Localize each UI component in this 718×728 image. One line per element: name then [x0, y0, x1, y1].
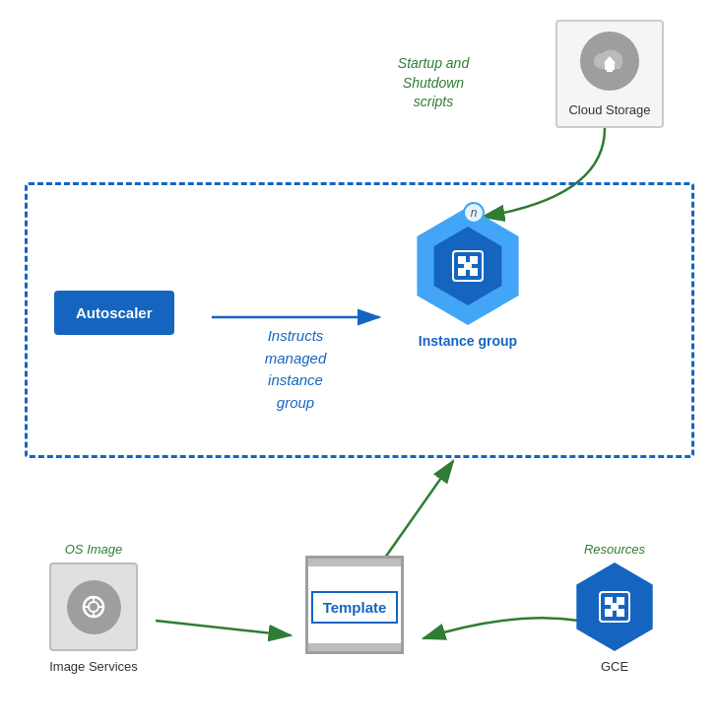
hex-inner	[428, 227, 507, 305]
svg-rect-10	[470, 268, 478, 276]
cloud-storage-box: Cloud Storage	[555, 20, 664, 128]
image-services-icon	[49, 563, 138, 651]
image-services-wrapper: OS Image Image Services	[30, 542, 158, 674]
hex-outer	[409, 207, 527, 325]
svg-rect-19	[605, 597, 613, 605]
svg-point-13	[89, 602, 98, 612]
instructs-label: Instructs managed instance group	[236, 325, 355, 414]
cloud-storage-label: Cloud Storage	[568, 102, 650, 117]
n-badge: n	[463, 202, 485, 224]
image-services-label: Image Services	[30, 659, 158, 674]
gce-hex-icon	[570, 563, 659, 651]
gce-label: GCE	[555, 659, 674, 674]
svg-rect-20	[617, 597, 624, 605]
startup-shutdown-label: Startup and Shutdown scripts	[369, 54, 497, 112]
os-image-label: OS Image	[30, 542, 158, 557]
resources-label: Resources	[555, 542, 674, 557]
svg-rect-22	[617, 609, 624, 617]
cloud-storage-icon	[580, 32, 639, 91]
camera-icon	[67, 580, 121, 634]
svg-rect-21	[605, 609, 613, 617]
template-label-inner: Template	[311, 591, 399, 624]
autoscaler-button: Autoscaler	[54, 291, 174, 335]
svg-rect-8	[470, 256, 478, 264]
svg-rect-9	[458, 268, 466, 276]
svg-point-11	[464, 262, 472, 270]
instance-group-icon: n	[404, 197, 532, 325]
diagram-container: Cloud Storage Startup and Shutdown scrip…	[0, 0, 718, 728]
template-box-wrapper: Template	[291, 556, 419, 654]
instance-group-label: Instance group	[384, 333, 552, 349]
instance-group-wrapper: n Instance group	[384, 197, 552, 349]
template-box: Template	[305, 556, 404, 654]
gce-wrapper: Resources GCE	[555, 542, 674, 674]
svg-point-23	[611, 603, 619, 611]
svg-rect-7	[458, 256, 466, 264]
svg-line-5	[156, 621, 291, 635]
